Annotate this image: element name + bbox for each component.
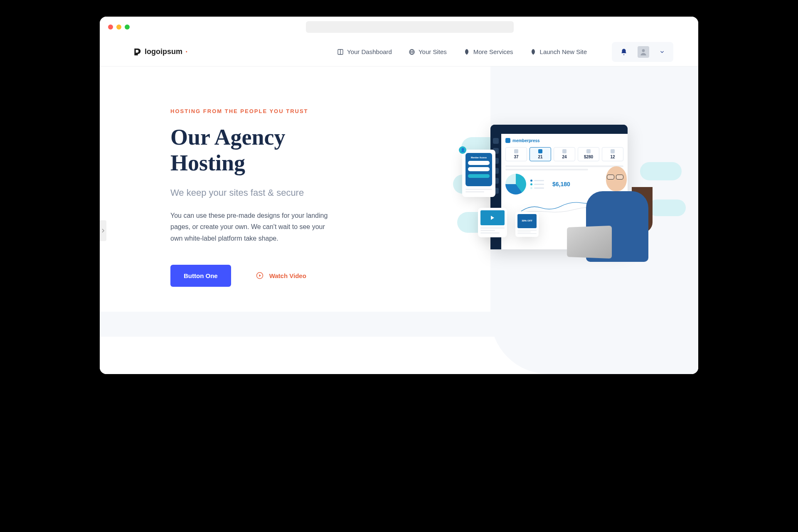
nav-label: Your Sites xyxy=(419,48,447,55)
login-card-mockup: 👤 Member Access xyxy=(462,150,495,197)
user-icon xyxy=(639,48,648,56)
close-window-button[interactable] xyxy=(108,25,113,30)
nav-dashboard[interactable]: Your Dashboard xyxy=(337,48,392,55)
logo-text: logoipsum xyxy=(145,47,182,56)
logo[interactable]: logoipsum• xyxy=(133,47,187,56)
minimize-window-button[interactable] xyxy=(116,25,121,30)
laptop-icon xyxy=(567,226,612,259)
nav-launch[interactable]: Launch New Site xyxy=(530,48,587,55)
offer-badge: 30% OFF xyxy=(517,214,537,228)
url-bar[interactable] xyxy=(306,21,514,33)
bell-icon[interactable] xyxy=(620,48,628,56)
topbar: logoipsum• Your Dashboard Your Sites Mor… xyxy=(100,37,698,66)
play-icon xyxy=(491,216,494,220)
video-card-mockup xyxy=(478,208,507,237)
headline: Our Agency Hosting xyxy=(170,124,345,176)
logo-icon xyxy=(133,48,141,56)
browser-chrome xyxy=(100,17,698,37)
nav-sites[interactable]: Your Sites xyxy=(409,48,447,55)
rocket-icon xyxy=(463,49,470,55)
hero-illustration: memberpress 37 21 24 $280 12 xyxy=(461,125,661,274)
dashboard-icon xyxy=(337,49,344,55)
main-nav: Your Dashboard Your Sites More Services … xyxy=(337,48,587,55)
play-circle-icon xyxy=(256,272,264,279)
nav-services[interactable]: More Services xyxy=(463,48,513,55)
person-illustration xyxy=(582,154,653,262)
nav-label: Your Dashboard xyxy=(347,48,392,55)
stat-card: 21 xyxy=(530,147,551,161)
avatar[interactable] xyxy=(638,46,649,58)
stat-card: 24 xyxy=(554,147,575,161)
hero-text: HOSTING FROM THE PEOPLE YOU TRUST Our Ag… xyxy=(170,108,345,287)
stat-card: 37 xyxy=(505,147,527,161)
watch-video-link[interactable]: Watch Video xyxy=(256,272,306,279)
watch-video-label: Watch Video xyxy=(269,272,306,279)
revenue-figure: $6,180 xyxy=(552,181,570,187)
svg-point-5 xyxy=(642,49,645,52)
eyebrow: HOSTING FROM THE PEOPLE YOU TRUST xyxy=(170,108,345,114)
nav-label: More Services xyxy=(473,48,513,55)
maximize-window-button[interactable] xyxy=(125,25,130,30)
subhead: We keep your sites fast & secure xyxy=(170,187,345,198)
offer-card-mockup: 30% OFF xyxy=(515,212,539,237)
content: HOSTING FROM THE PEOPLE YOU TRUST Our Ag… xyxy=(100,66,698,374)
primary-cta-button[interactable]: Button One xyxy=(170,265,231,287)
hero: HOSTING FROM THE PEOPLE YOU TRUST Our Ag… xyxy=(100,66,698,312)
user-badge-icon: 👤 xyxy=(459,146,466,154)
cta-row: Button One Watch Video xyxy=(170,265,345,287)
rocket-icon xyxy=(530,49,537,55)
globe-icon xyxy=(409,49,415,55)
browser-window: logoipsum• Your Dashboard Your Sites Mor… xyxy=(100,17,698,374)
pie-chart-icon xyxy=(505,174,526,195)
body-copy: You can use these pre-made designs for y… xyxy=(170,210,328,244)
nav-label: Launch New Site xyxy=(540,48,587,55)
dashboard-brand: memberpress xyxy=(505,138,623,143)
user-area xyxy=(612,42,673,62)
memberpress-icon xyxy=(505,138,510,143)
traffic-lights xyxy=(108,25,130,30)
chevron-down-icon[interactable] xyxy=(659,49,665,55)
